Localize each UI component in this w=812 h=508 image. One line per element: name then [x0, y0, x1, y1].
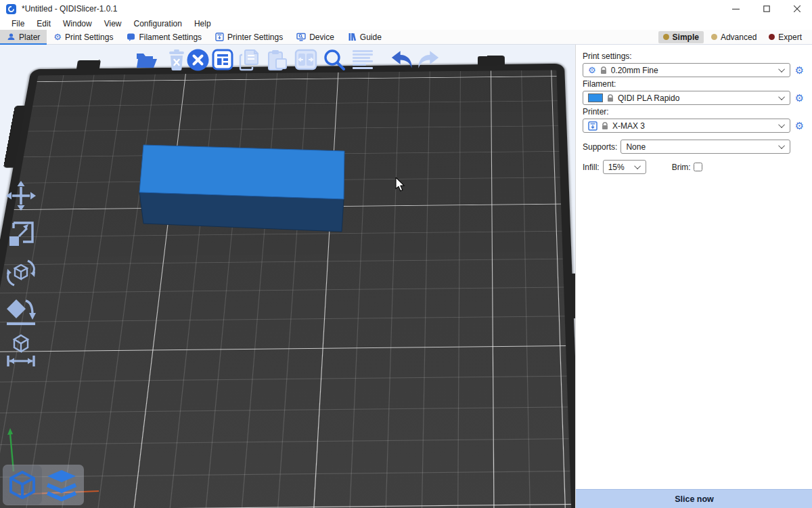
printer-value: X-MAX 3	[612, 121, 776, 131]
measure-tool-button[interactable]	[4, 333, 38, 367]
variable-layer-height-button[interactable]	[351, 47, 375, 72]
place-on-face-tool-button[interactable]	[4, 295, 38, 329]
tab-plater[interactable]: Plater	[0, 30, 47, 44]
mode-expert[interactable]: Expert	[764, 31, 807, 43]
tab-print-settings[interactable]: ⚙ Print Settings	[47, 30, 120, 44]
model-object[interactable]	[0, 45, 575, 508]
chevron-down-icon	[778, 93, 785, 100]
edit-filament-button[interactable]: ⚙	[794, 93, 805, 103]
chevron-down-icon	[778, 121, 785, 128]
printer-select[interactable]: X-MAX 3	[583, 119, 790, 133]
mode-simple[interactable]: Simple	[658, 31, 704, 43]
paste-icon	[266, 49, 289, 71]
copy-icon	[238, 49, 261, 71]
move-icon	[5, 180, 37, 211]
chevron-down-icon	[778, 66, 785, 72]
undo-icon	[390, 50, 414, 69]
infill-value: 15%	[608, 163, 632, 172]
filament-icon	[127, 33, 135, 41]
menu-help[interactable]: Help	[188, 19, 217, 28]
tab-device[interactable]: Device	[290, 30, 341, 44]
filament-label: Filament:	[583, 79, 805, 89]
edit-print-settings-button[interactable]: ⚙	[794, 65, 805, 75]
brim-checkbox[interactable]	[694, 163, 702, 171]
slice-now-button[interactable]: Slice now	[576, 489, 812, 508]
copy-button[interactable]	[238, 47, 262, 72]
printer-icon	[588, 121, 597, 131]
rotate-tool-button[interactable]	[4, 256, 38, 290]
scale-tool-button[interactable]	[4, 217, 38, 251]
lock-icon	[600, 66, 607, 75]
menu-view[interactable]: View	[98, 19, 128, 28]
lock-icon	[607, 94, 614, 102]
brim-label: Brim:	[672, 163, 691, 172]
filament-color-swatch	[588, 93, 603, 102]
split-button[interactable]	[294, 47, 318, 72]
3d-viewport[interactable]	[0, 45, 575, 508]
tab-bar: Plater ⚙ Print Settings Filament Setting…	[0, 30, 812, 45]
printer-icon	[215, 33, 224, 41]
undo-button[interactable]	[390, 47, 414, 72]
menu-file[interactable]: File	[5, 19, 30, 28]
mode-switcher: Simple Advanced Expert	[658, 30, 812, 44]
supports-select[interactable]: None	[621, 140, 790, 154]
open-folder-icon	[135, 49, 158, 70]
arrange-button[interactable]	[210, 47, 235, 72]
printer-label: Printer:	[583, 107, 805, 117]
guide-icon	[348, 33, 357, 41]
search-icon	[323, 48, 346, 72]
split-icon	[294, 49, 317, 70]
measure-icon	[4, 333, 38, 368]
settings-panel: Print settings: ⚙ 0.20mm Fine ⚙ Filament…	[575, 45, 812, 508]
simple-dot-icon	[663, 34, 669, 40]
print-settings-select[interactable]: ⚙ 0.20mm Fine	[583, 63, 790, 77]
expert-dot-icon	[769, 34, 775, 40]
title-bar: *Untitled - QIDISlicer-1.0.1	[0, 0, 812, 18]
rotate-icon	[5, 257, 37, 289]
variable-layer-height-icon	[351, 49, 375, 70]
delete-all-button[interactable]	[185, 47, 210, 72]
preview-layers-view-button[interactable]	[42, 465, 81, 505]
plater-icon	[7, 33, 16, 41]
redo-button[interactable]	[416, 47, 441, 72]
place-on-face-icon	[4, 294, 38, 329]
window-title: *Untitled - QIDISlicer-1.0.1	[22, 4, 117, 14]
print-settings-label: Print settings:	[583, 51, 805, 61]
tab-guide[interactable]: Guide	[341, 30, 388, 44]
chevron-down-icon	[778, 142, 785, 149]
menu-edit[interactable]: Edit	[30, 19, 57, 28]
arrange-icon	[212, 49, 233, 70]
gear-icon: ⚙	[53, 33, 62, 41]
redo-icon	[416, 50, 441, 69]
mode-advanced[interactable]: Advanced	[706, 31, 761, 43]
3d-editor-view-icon	[7, 469, 38, 501]
close-button[interactable]	[782, 0, 812, 18]
maximize-button[interactable]	[751, 0, 782, 18]
open-folder-button[interactable]	[135, 47, 159, 72]
infill-select[interactable]: 15%	[603, 160, 646, 174]
3d-editor-view-button[interactable]	[3, 465, 42, 505]
menu-configuration[interactable]: Configuration	[128, 19, 188, 28]
delete-all-icon	[187, 49, 209, 71]
tab-printer-settings[interactable]: Printer Settings	[208, 30, 290, 44]
move-tool-button[interactable]	[4, 179, 38, 213]
preview-layers-icon	[45, 469, 78, 501]
paste-button[interactable]	[265, 47, 290, 72]
supports-value: None	[626, 142, 776, 152]
left-toolbar	[4, 179, 39, 372]
scale-icon	[5, 219, 37, 250]
menu-bar: File Edit Window View Configuration Help	[0, 18, 812, 30]
delete-icon	[167, 49, 186, 70]
view-toggle	[3, 465, 84, 505]
menu-window[interactable]: Window	[57, 19, 98, 28]
minimize-button[interactable]	[721, 0, 751, 18]
device-icon	[296, 33, 306, 41]
edit-printer-button[interactable]: ⚙	[794, 121, 805, 131]
chevron-down-icon	[634, 163, 641, 169]
infill-label: Infill:	[583, 163, 600, 172]
gear-icon: ⚙	[588, 66, 596, 75]
search-button[interactable]	[322, 47, 346, 72]
print-settings-value: 0.20mm Fine	[611, 66, 776, 75]
filament-select[interactable]: QIDI PLA Rapido	[583, 91, 790, 105]
tab-filament-settings[interactable]: Filament Settings	[120, 30, 208, 44]
